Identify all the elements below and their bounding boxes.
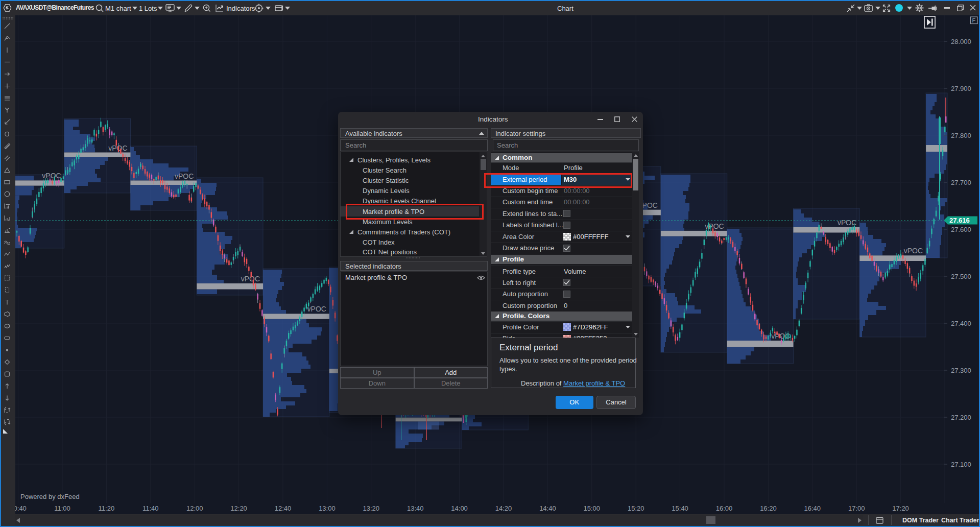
svg-text:13:40: 13:40 [407, 505, 424, 512]
svg-text:11:20: 11:20 [99, 505, 115, 512]
svg-text:16:40: 16:40 [804, 505, 821, 512]
svg-text:27.800: 27.800 [951, 132, 971, 139]
svg-text:11:00: 11:00 [54, 505, 70, 512]
svg-text:27.200: 27.200 [951, 414, 971, 421]
svg-text:14:40: 14:40 [539, 505, 556, 512]
svg-text:12:40: 12:40 [275, 505, 292, 512]
svg-text:10:40: 10:40 [15, 505, 27, 512]
svg-text:vPOC: vPOC [241, 275, 260, 283]
svg-text:15:40: 15:40 [672, 505, 688, 512]
svg-text:11:40: 11:40 [142, 505, 159, 512]
svg-text:vPOC: vPOC [307, 305, 326, 313]
svg-text:27.900: 27.900 [951, 85, 971, 92]
svg-text:16:20: 16:20 [760, 505, 777, 512]
svg-text:12:00: 12:00 [186, 505, 203, 512]
svg-text:vPOC: vPOC [771, 332, 790, 340]
svg-text:15:20: 15:20 [628, 505, 644, 512]
svg-text:vPOC: vPOC [904, 247, 923, 255]
svg-text:17:20: 17:20 [892, 505, 909, 512]
svg-text:15:00: 15:00 [584, 505, 601, 512]
svg-text:14:20: 14:20 [495, 505, 512, 512]
svg-text:27.700: 27.700 [951, 179, 971, 186]
svg-text:27.300: 27.300 [951, 367, 971, 374]
svg-text:27.500: 27.500 [951, 273, 971, 280]
svg-text:Powered by dxFeed: Powered by dxFeed [20, 493, 80, 500]
svg-text:27.616: 27.616 [949, 217, 970, 224]
svg-text:27.400: 27.400 [951, 320, 971, 327]
svg-text:vPOC: vPOC [705, 222, 724, 230]
svg-text:vPOC: vPOC [175, 172, 194, 180]
svg-text:13:20: 13:20 [363, 505, 380, 512]
svg-text:12:20: 12:20 [230, 505, 247, 512]
svg-text:13:00: 13:00 [319, 505, 336, 512]
svg-text:vPOC: vPOC [838, 219, 856, 227]
svg-text:27.100: 27.100 [951, 461, 971, 468]
svg-text:F: F [972, 17, 976, 23]
svg-text:vPOC: vPOC [42, 172, 61, 180]
svg-text:27.600: 27.600 [951, 226, 971, 233]
svg-text:14:00: 14:00 [451, 505, 468, 512]
svg-text:17:00: 17:00 [848, 505, 865, 512]
svg-text:28.000: 28.000 [951, 38, 971, 45]
svg-text:16:00: 16:00 [716, 505, 733, 512]
